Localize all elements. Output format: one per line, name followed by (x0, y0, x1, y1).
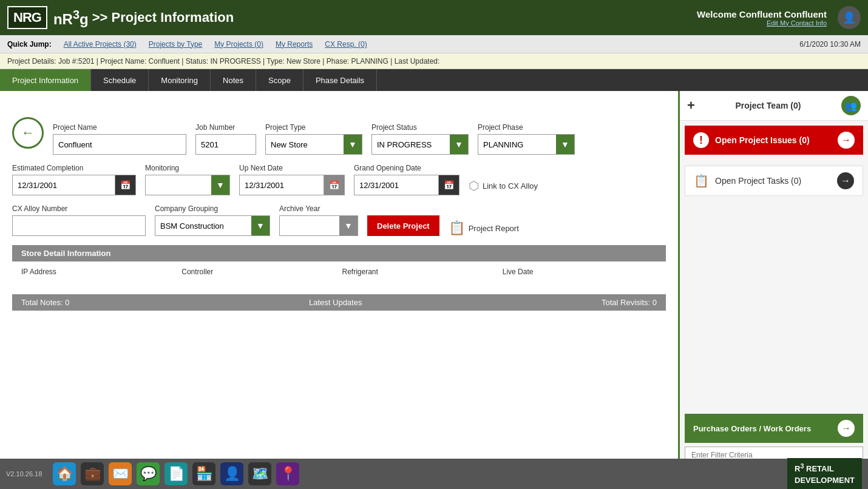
taskbar-icon-mail[interactable]: ✉️ (109, 462, 132, 485)
issues-arrow-button[interactable]: → (838, 132, 855, 149)
grand-opening-date-group: Grand Opening Date 📅 (354, 164, 459, 195)
job-number-input[interactable] (195, 134, 256, 155)
estimated-completion-input-group: 📅 (12, 175, 136, 195)
delete-project-button[interactable]: Delete Project (367, 215, 439, 236)
quickjump-cx-resp[interactable]: CX Resp. (0) (325, 40, 367, 49)
cx-alloy-number-group: CX Alloy Number (12, 204, 146, 236)
taskbar-icon-home[interactable]: 🏠 (53, 462, 76, 485)
grand-opening-date-calendar-btn[interactable]: 📅 (439, 175, 459, 195)
cx-alloy-icon: ⬡ (469, 178, 479, 193)
project-name-label: Project Name (53, 123, 186, 132)
quickjump-by-type[interactable]: Projects by Type (149, 40, 203, 49)
archive-year-select[interactable]: 2020 2021 (280, 216, 339, 235)
ip-address-col: IP Address (21, 268, 175, 276)
taskbar-icon-location[interactable]: 📍 (276, 462, 299, 485)
quickjump-my-projects[interactable]: My Projects (0) (214, 40, 263, 49)
job-number-group: Job Number (195, 123, 256, 155)
monitoring-label: Monitoring (145, 164, 230, 172)
link-cx-alloy-button[interactable]: ⬡ Link to CX Alloy (469, 178, 538, 193)
link-cx-alloy-label: Link to CX Alloy (483, 181, 538, 191)
project-type-group: Project Type New Store Retrofit Service … (265, 123, 362, 155)
quickjump-all-active[interactable]: All Active Projects (30) (64, 40, 137, 49)
up-next-date-input[interactable] (239, 175, 324, 195)
company-grouping-dropdown-arrow: ▼ (251, 216, 270, 235)
grand-opening-date-input[interactable] (354, 175, 439, 195)
form-area: ← Project Name Job Number Project Type (0, 91, 678, 320)
project-phase-select[interactable]: PLANNING DESIGN INSTALL COMPLETE (478, 135, 556, 154)
tasks-arrow-button[interactable]: → (837, 172, 854, 189)
company-grouping-select[interactable]: BSM Construction Other (155, 216, 251, 235)
project-phase-label: Project Phase (478, 123, 575, 132)
project-report-icon: 📋 (449, 220, 465, 236)
project-phase-group: Project Phase PLANNING DESIGN INSTALL CO… (478, 123, 575, 155)
open-project-tasks-bar[interactable]: 📋 Open Project Tasks (0) → (685, 166, 863, 196)
project-type-select-wrapper: New Store Retrofit Service ▼ (265, 134, 362, 155)
tab-notes[interactable]: Notes (211, 69, 256, 91)
grand-opening-date-label: Grand Opening Date (354, 164, 459, 172)
project-status-select-wrapper: IN PROGRESS COMPLETE ON HOLD ▼ (371, 134, 469, 155)
cx-alloy-number-label: CX Alloy Number (12, 204, 146, 213)
header-left: NRG nR3g >> Project Information (7, 6, 234, 29)
estimated-completion-input[interactable] (12, 175, 115, 195)
project-type-select[interactable]: New Store Retrofit Service (266, 135, 344, 154)
project-details-bar: Project Details: Job #:5201 | Project Na… (0, 53, 868, 69)
up-next-date-group: Up Next Date 📅 (239, 164, 345, 195)
project-status-label: Project Status (371, 123, 469, 132)
right-panel: + Project Team (0) 👥 ! Open Project Issu… (680, 91, 868, 467)
right-panel-header: + Project Team (0) 👥 (680, 91, 868, 121)
edit-contact-link[interactable]: Edit My Contact Info (697, 19, 827, 27)
team-avatar-button[interactable]: 👥 (841, 96, 861, 115)
add-team-member-button[interactable]: + (687, 98, 695, 113)
form-row-1: ← Project Name Job Number Project Type (12, 100, 666, 155)
avatar: 👤 (838, 6, 861, 29)
controller-col: Controller (181, 268, 336, 276)
taskbar-icon-user[interactable]: 👤 (220, 462, 243, 485)
taskbar-icon-chat[interactable]: 💬 (137, 462, 160, 485)
app-logo-text: nR3g (53, 8, 89, 28)
project-name-input[interactable] (53, 134, 186, 155)
tasks-icon: 📋 (694, 174, 709, 188)
project-status-select[interactable]: IN PROGRESS COMPLETE ON HOLD (372, 135, 450, 154)
up-next-date-calendar-btn[interactable]: 📅 (324, 175, 345, 195)
company-grouping-label: Company Grouping (155, 204, 270, 213)
tab-monitoring[interactable]: Monitoring (149, 69, 211, 91)
monitoring-group: Monitoring Yes No ▼ (145, 164, 230, 195)
main-layout: ← Project Name Job Number Project Type (0, 91, 868, 467)
project-status-group: Project Status IN PROGRESS COMPLETE ON H… (371, 123, 469, 155)
project-type-dropdown-arrow: ▼ (344, 135, 362, 154)
open-project-issues-bar[interactable]: ! Open Project Issues (0) → (685, 126, 863, 155)
monitoring-select[interactable]: Yes No (146, 175, 211, 195)
total-notes: Total Notes: 0 (21, 298, 70, 307)
store-detail-section: Store Detail Information IP Address Cont… (12, 245, 666, 282)
tab-scope[interactable]: Scope (256, 69, 303, 91)
estimated-completion-calendar-btn[interactable]: 📅 (115, 175, 136, 195)
monitoring-select-wrapper: Yes No ▼ (145, 175, 230, 195)
cx-alloy-number-input[interactable] (12, 215, 146, 236)
purchase-orders-bar[interactable]: Purchase Orders / Work Orders → (685, 414, 863, 443)
project-phase-select-wrapper: PLANNING DESIGN INSTALL COMPLETE ▼ (478, 134, 575, 155)
tab-project-information[interactable]: Project Information (0, 69, 91, 91)
full-height-layout: Project Information Schedule Monitoring … (0, 69, 868, 467)
purchase-orders-arrow[interactable]: → (838, 420, 855, 437)
taskbar-icon-map[interactable]: 🗺️ (248, 462, 271, 485)
tab-schedule[interactable]: Schedule (91, 69, 149, 91)
header-right: Welcome Confluent Confluent Edit My Cont… (697, 9, 827, 27)
up-next-date-label: Up Next Date (239, 164, 345, 172)
app-header: NRG nR3g >> Project Information Welcome … (0, 0, 868, 35)
quickjump-bar: Quick Jump: All Active Projects (30) Pro… (0, 35, 868, 53)
header-title: >> Project Information (92, 10, 234, 25)
quickjump-my-reports[interactable]: My Reports (276, 40, 313, 49)
project-team-label: Project Team (0) (735, 101, 801, 110)
project-report-button[interactable]: 📋 Project Report (449, 220, 519, 236)
logo-box: NRG (7, 6, 47, 29)
tab-phase-details[interactable]: Phase Details (303, 69, 377, 91)
estimated-completion-group: Estimated Completion 📅 (12, 164, 136, 195)
project-name-group: Project Name (53, 123, 186, 155)
back-button[interactable]: ← (12, 117, 44, 149)
company-grouping-select-wrapper: BSM Construction Other ▼ (155, 215, 270, 236)
welcome-text: Welcome Confluent Confluent (697, 9, 827, 19)
latest-updates-label: Latest Updates (309, 298, 362, 307)
taskbar-icon-store[interactable]: 🏪 (192, 462, 215, 485)
taskbar-icon-document[interactable]: 📄 (164, 462, 188, 485)
taskbar-icon-briefcase[interactable]: 💼 (81, 462, 104, 485)
